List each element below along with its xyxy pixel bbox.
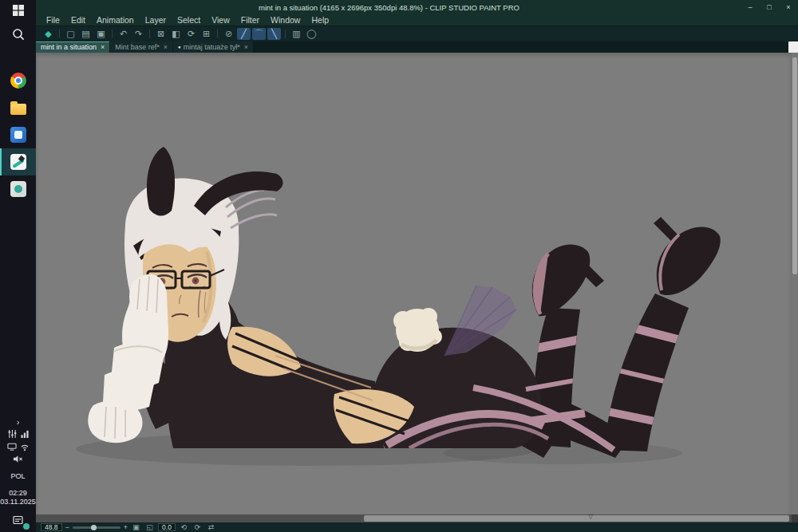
close-button[interactable]: ×	[779, 0, 798, 14]
windows-taskbar: › POL 02:29 03.11.2025	[0, 0, 36, 532]
tray-icons-row-2	[7, 441, 30, 454]
menu-window[interactable]: Window	[265, 14, 306, 26]
system-tray: › POL 02:29 03.11.2025	[0, 416, 36, 532]
tab-close-icon[interactable]: ×	[101, 43, 105, 51]
menu-filter[interactable]: Filter	[235, 14, 265, 26]
command-bar: ◆ ▢ ▤ ▣ ↶ ↷ ⊠ ◧ ⟳ ⊞ ⊘ ╱ ⌒ ╲ ▥ ◯	[36, 26, 798, 41]
chevron-right-icon: ›	[17, 417, 20, 427]
clip-studio-window: mint in a situation (4165 x 2696px 350dp…	[36, 0, 798, 532]
clip-studio-icon[interactable]: ◆	[41, 28, 55, 40]
zoom-in-icon[interactable]: +	[124, 523, 128, 531]
open-file-icon[interactable]: ▤	[79, 28, 93, 40]
toolbar-separator	[149, 30, 150, 38]
tab-close-icon[interactable]: ×	[164, 43, 168, 51]
tab-close-icon[interactable]: ×	[244, 43, 248, 51]
rotate-right-icon[interactable]: ⟳	[192, 523, 203, 532]
scrollbar-corner	[792, 514, 798, 522]
menu-select[interactable]: Select	[172, 14, 206, 26]
blue-app-icon	[10, 127, 26, 143]
delete-icon[interactable]: ⊠	[154, 28, 168, 40]
clock-time: 02:29	[0, 489, 35, 498]
flip-horizontal-icon[interactable]: ⇄	[206, 523, 216, 532]
save-icon[interactable]: ▣	[94, 28, 108, 40]
start-button[interactable]	[0, 0, 36, 24]
snap-grid-icon[interactable]: ╲	[267, 28, 281, 40]
taskbar-item-blue-app[interactable]	[0, 121, 36, 148]
horizontal-scrollbar-thumb[interactable]	[364, 515, 789, 522]
toolbar-separator	[59, 30, 60, 38]
menu-view[interactable]: View	[206, 14, 235, 26]
snap-ruler-icon[interactable]: ╱	[237, 28, 251, 40]
file-explorer-icon	[10, 104, 26, 115]
zoom-slider[interactable]	[73, 526, 120, 529]
workspace	[36, 53, 798, 514]
window-title: mint in a situation (4165 x 2696px 350dp…	[36, 3, 742, 12]
tray-expand-button[interactable]: ›	[17, 416, 20, 428]
notification-badge	[23, 523, 30, 530]
horizontal-scrollbar[interactable]: ▽	[36, 514, 798, 522]
language-indicator[interactable]: POL	[10, 470, 25, 483]
clock[interactable]: 02:29 03.11.2025	[0, 489, 35, 507]
search-tool-icon[interactable]: ◯	[305, 28, 318, 40]
scrollbar-center-marker: ▽	[588, 513, 592, 521]
canvas-viewport[interactable]	[36, 53, 792, 514]
tab-label: Mint base ref*	[115, 43, 160, 51]
taskbar-item-paint-app[interactable]	[0, 175, 36, 203]
snap-special-ruler-icon[interactable]: ⌒	[252, 28, 266, 40]
volume-button[interactable]	[13, 454, 23, 467]
fill-icon[interactable]: ◧	[169, 28, 183, 40]
redo-icon[interactable]: ↷	[132, 28, 145, 40]
fit-screen-icon[interactable]: ▣	[131, 523, 141, 532]
windows-logo-icon	[12, 4, 25, 20]
vertical-scrollbar-thumb[interactable]	[792, 57, 797, 274]
tab-mintaj-tatuaze-tyl[interactable]: ● mintaj tatuaże tył* ×	[173, 41, 253, 53]
window-controls: – □ ×	[741, 0, 798, 14]
tab-mint-in-a-situation[interactable]: mint in a situation ×	[36, 41, 109, 53]
artwork-bunny-character	[36, 53, 792, 514]
rotation-value[interactable]: 0.0	[158, 523, 176, 531]
transform-icon[interactable]: ⟳	[184, 28, 198, 40]
screen: › POL 02:29 03.11.2025	[0, 0, 798, 532]
toolbar-separator	[285, 30, 286, 38]
resting-hand	[88, 369, 156, 443]
tray-icons-row-1	[7, 428, 30, 441]
clip-studio-paint-icon	[10, 154, 26, 170]
actual-size-icon[interactable]: ◱	[144, 523, 155, 532]
snap-off-icon[interactable]: ⊘	[222, 28, 235, 40]
document-tabs: mint in a situation × Mint base ref* × ●…	[36, 41, 798, 53]
zoom-value[interactable]: 48.8	[41, 523, 62, 531]
menu-edit[interactable]: Edit	[65, 14, 91, 26]
near-heel-shoe	[532, 245, 604, 317]
search-icon	[11, 27, 26, 45]
menu-bar: File Edit Animation Layer Select View Fi…	[36, 14, 798, 26]
toolbar-separator	[112, 30, 113, 38]
unsaved-dot-icon: ●	[178, 45, 181, 49]
menu-animation[interactable]: Animation	[91, 14, 140, 26]
paint-app-icon	[10, 181, 26, 197]
menu-help[interactable]: Help	[306, 14, 334, 26]
clock-date: 03.11.2025	[0, 498, 35, 506]
action-center-button[interactable]	[12, 513, 24, 530]
zoom-out-icon[interactable]: −	[65, 523, 69, 531]
rotate-left-icon[interactable]: ⟲	[179, 523, 189, 532]
material-icon[interactable]: ▥	[290, 28, 303, 40]
grid-icon[interactable]: ⊞	[200, 28, 213, 40]
tab-mint-base-ref[interactable]: Mint base ref* ×	[110, 41, 172, 53]
minimize-button[interactable]: –	[741, 0, 760, 14]
undo-icon[interactable]: ↶	[117, 28, 130, 40]
chrome-icon	[10, 73, 26, 89]
taskbar-item-clip-studio-paint[interactable]	[0, 148, 36, 175]
zoom-slider-thumb[interactable]	[91, 525, 97, 530]
menu-layer[interactable]: Layer	[140, 14, 172, 26]
taskbar-item-chrome[interactable]	[0, 67, 36, 94]
tab-label: mint in a situation	[41, 43, 97, 51]
tabbar-corner	[788, 41, 798, 53]
taskbar-item-file-explorer[interactable]	[0, 94, 36, 121]
new-file-icon[interactable]: ▢	[64, 28, 77, 40]
status-bar: 48.8 − + ▣ ◱ 0.0 ⟲ ⟳ ⇄	[36, 522, 798, 532]
menu-file[interactable]: File	[41, 14, 65, 26]
maximize-button[interactable]: □	[760, 0, 779, 14]
speaker-muted-icon	[13, 453, 23, 467]
taskbar-search-button[interactable]	[0, 24, 36, 48]
vertical-scrollbar[interactable]	[792, 53, 798, 514]
